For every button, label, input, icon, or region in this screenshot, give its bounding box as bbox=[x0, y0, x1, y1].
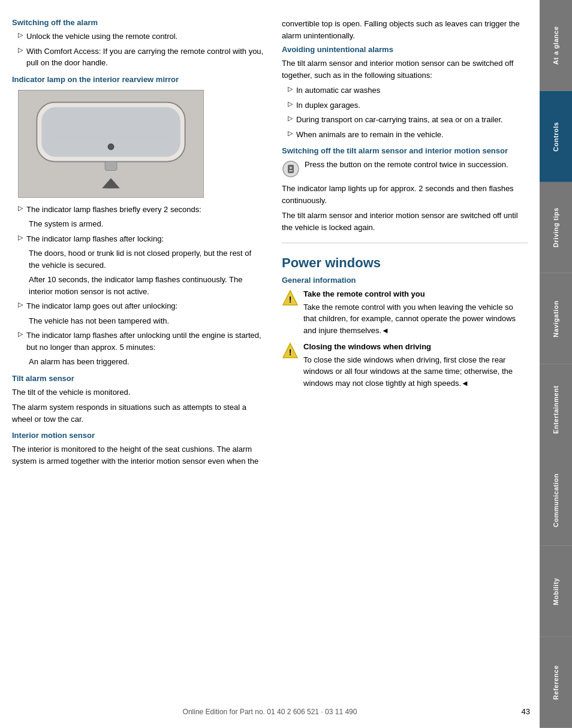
remote-control-icon bbox=[282, 160, 300, 178]
warning-1-title: Take the remote control with you bbox=[303, 288, 528, 300]
warning-box-1: ! Take the remote control with you Take … bbox=[282, 288, 528, 336]
sidebar-item-driving-tips: Driving tips bbox=[540, 182, 572, 273]
warning-2-content: Closing the windows when driving To clos… bbox=[303, 341, 528, 389]
bullet-flashes-briefly: ▷ The indicator lamp flashes briefly eve… bbox=[12, 204, 264, 216]
bullet-transport-text: During transport on car-carrying trains,… bbox=[296, 114, 503, 126]
bullet-arrow-8: ▷ bbox=[288, 100, 293, 108]
switching-off-alarm-title: Switching off the alarm bbox=[12, 18, 264, 27]
bullet-flashes-unlocking-text: The indicator lamp flashes after unlocki… bbox=[26, 330, 264, 353]
bullet-flashes-unlocking: ▷ The indicator lamp flashes after unloc… bbox=[12, 330, 264, 353]
bullet-car-wash: ▷ In automatic car washes bbox=[282, 84, 528, 96]
bullet-arrow-7: ▷ bbox=[288, 85, 293, 93]
warning-triangle-icon-2: ! bbox=[282, 342, 299, 359]
warning-box-2: ! Closing the windows when driving To cl… bbox=[282, 341, 528, 389]
bullet-arrow-3: ▷ bbox=[18, 204, 23, 212]
sidebar-item-at-a-glance: At a glance bbox=[540, 0, 572, 91]
bullet-unlock: ▷ Unlock the vehicle using the remote co… bbox=[12, 31, 264, 43]
sub-text-10sec: After 10 seconds, the indicator lamp fla… bbox=[12, 274, 264, 297]
sidebar: At a glance Controls Driving tips Naviga… bbox=[540, 0, 572, 728]
bullet-arrow-5: ▷ bbox=[18, 301, 23, 309]
bullet-goes-out-text: The indicator lamp goes out after unlock… bbox=[26, 300, 177, 312]
general-info-title: General information bbox=[282, 276, 528, 285]
bullet-flashes-locking-text: The indicator lamp flashes after locking… bbox=[26, 233, 164, 245]
sidebar-item-controls: Controls bbox=[540, 91, 572, 182]
svg-point-6 bbox=[108, 144, 114, 150]
interior-motion-title: Interior motion sensor bbox=[12, 431, 264, 440]
remote-instruction-text: Press the button on the remote control t… bbox=[305, 159, 508, 171]
right-column: convertible top is open. Falling objects… bbox=[276, 12, 528, 716]
bullet-goes-out: ▷ The indicator lamp goes out after unlo… bbox=[12, 300, 264, 312]
bullet-arrow-9: ▷ bbox=[288, 114, 293, 122]
sidebar-item-reference: Reference bbox=[540, 637, 572, 728]
intro-text: convertible top is open. Falling objects… bbox=[282, 18, 528, 41]
interior-motion-body: The interior is monitored to the height … bbox=[12, 443, 264, 467]
warning-1-content: Take the remote control with you Take th… bbox=[303, 288, 528, 336]
bullet-arrow-1: ▷ bbox=[18, 31, 23, 39]
tilt-off-body2: The tilt alarm sensor and interior motio… bbox=[282, 210, 528, 233]
bullet-animals: ▷ When animals are to remain in the vehi… bbox=[282, 129, 528, 141]
bullet-arrow-2: ▷ bbox=[18, 46, 23, 54]
svg-text:!: ! bbox=[289, 295, 292, 304]
switching-off-alarm-section: Switching off the alarm ▷ Unlock the veh… bbox=[12, 18, 264, 69]
warning-2-body: To close the side windows when driving, … bbox=[303, 355, 513, 388]
sidebar-item-navigation: Navigation bbox=[540, 273, 572, 364]
footer-text: Online Edition for Part no. 01 40 2 606 … bbox=[183, 708, 357, 716]
page-footer: Online Edition for Part no. 01 40 2 606 … bbox=[0, 708, 540, 716]
svg-rect-9 bbox=[107, 182, 115, 188]
sidebar-item-communication: Communication bbox=[540, 455, 572, 546]
bullet-duplex-text: In duplex garages. bbox=[296, 99, 360, 111]
tilt-off-body1: The indicator lamp lights up for approx.… bbox=[282, 183, 528, 206]
remote-instruction-box: Press the button on the remote control t… bbox=[282, 159, 528, 178]
svg-rect-13 bbox=[289, 170, 293, 171]
interior-motion-section: Interior motion sensor The interior is m… bbox=[12, 431, 264, 467]
bullet-arrow-10: ▷ bbox=[288, 129, 293, 137]
switching-off-tilt-title: Switching off the tilt alarm sensor and … bbox=[282, 146, 528, 155]
warning-1-body: Take the remote control with you when le… bbox=[303, 303, 516, 335]
tilt-alarm-body1: The tilt of the vehicle is monitored. bbox=[12, 386, 264, 398]
avoiding-body: The tilt alarm sensor and interior motio… bbox=[282, 58, 528, 81]
general-info-section: General information ! Take the remote co… bbox=[282, 276, 528, 389]
bullet-comfort-text: With Comfort Access: If you are carrying… bbox=[26, 46, 264, 69]
left-column: Switching off the alarm ▷ Unlock the veh… bbox=[12, 12, 276, 716]
warning-triangle-icon-1: ! bbox=[282, 289, 299, 306]
sub-text-doors: The doors, hood or trunk lid is not clos… bbox=[12, 247, 264, 271]
power-windows-title: Power windows bbox=[282, 255, 528, 271]
bullet-flashes-locking: ▷ The indicator lamp flashes after locki… bbox=[12, 233, 264, 245]
sidebar-item-entertainment: Entertainment bbox=[540, 364, 572, 455]
tilt-alarm-body2: The alarm system responds in situations … bbox=[12, 401, 264, 425]
sub-text-armed: The system is armed. bbox=[12, 218, 264, 230]
warning-2-title: Closing the windows when driving bbox=[303, 341, 528, 353]
sub-text-tampered: The vehicle has not been tampered with. bbox=[12, 315, 264, 327]
bullet-transport: ▷ During transport on car-carrying train… bbox=[282, 114, 528, 126]
indicator-lamp-title: Indicator lamp on the interior rearview … bbox=[12, 75, 264, 84]
bullet-flashes-briefly-text: The indicator lamp flashes briefly every… bbox=[26, 204, 201, 216]
avoiding-title: Avoiding unintentional alarms bbox=[282, 45, 528, 54]
page-container: Switching off the alarm ▷ Unlock the veh… bbox=[0, 0, 572, 728]
bullet-duplex: ▷ In duplex garages. bbox=[282, 99, 528, 111]
sidebar-item-mobility: Mobility bbox=[540, 546, 572, 637]
switching-off-tilt-section: Switching off the tilt alarm sensor and … bbox=[282, 146, 528, 233]
tilt-alarm-title: Tilt alarm sensor bbox=[12, 374, 264, 383]
svg-rect-7 bbox=[105, 161, 117, 170]
tilt-alarm-section: Tilt alarm sensor The tilt of the vehicl… bbox=[12, 374, 264, 425]
bullet-animals-text: When animals are to remain in the vehicl… bbox=[296, 129, 444, 141]
avoiding-section: Avoiding unintentional alarms The tilt a… bbox=[282, 45, 528, 140]
indicator-lamp-section: Indicator lamp on the interior rearview … bbox=[12, 75, 264, 368]
main-content: Switching off the alarm ▷ Unlock the veh… bbox=[0, 0, 540, 728]
bullet-car-wash-text: In automatic car washes bbox=[296, 84, 380, 96]
svg-point-12 bbox=[290, 167, 292, 169]
bullet-unlock-text: Unlock the vehicle using the remote cont… bbox=[26, 31, 177, 43]
section-divider bbox=[282, 243, 528, 243]
page-number: 43 bbox=[522, 707, 530, 716]
sub-text-alarm-triggered: An alarm has been triggered. bbox=[12, 356, 264, 368]
mirror-image bbox=[18, 90, 204, 198]
svg-text:!: ! bbox=[289, 348, 292, 357]
bullet-arrow-6: ▷ bbox=[18, 330, 23, 338]
bullet-comfort: ▷ With Comfort Access: If you are carryi… bbox=[12, 46, 264, 69]
bullet-arrow-4: ▷ bbox=[18, 234, 23, 241]
